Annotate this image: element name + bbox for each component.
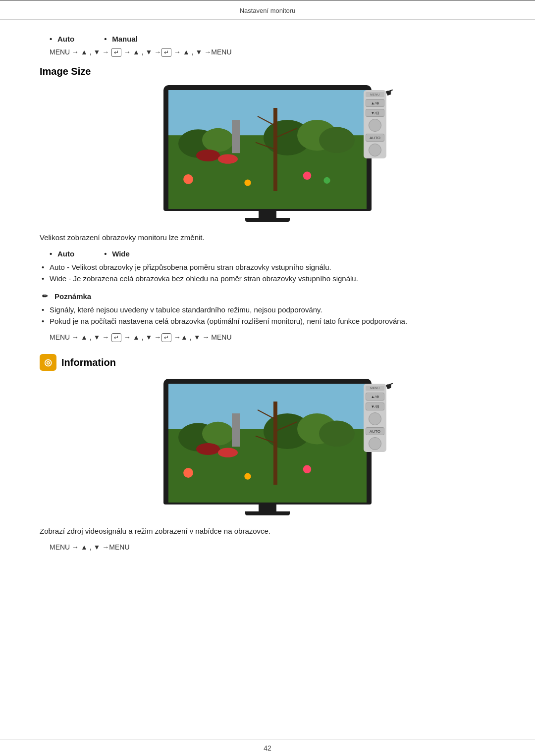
monitor-scene-1: ☛ MENU ▲/⊕ ▼/⊟ AUTO: [149, 85, 386, 222]
nav-formula-2: MENU → ▲ , ▼ → ↵ → ▲ , ▼ →↵ →▲ , ▼ → MEN…: [50, 333, 495, 342]
auto-desc-item: Auto - Velikost obrazovky je přizpůsoben…: [40, 263, 495, 271]
auto-item: Auto: [50, 35, 74, 43]
svg-point-17: [303, 172, 311, 180]
hand-pointer-2: ☛: [383, 379, 396, 393]
svg-rect-9: [232, 120, 240, 153]
remote-btn4-1: AUTO: [366, 134, 384, 142]
remote-menu-label-2: MENU: [366, 386, 384, 391]
remote-circle-1: [369, 119, 381, 132]
remote-btn1-1: ▲/⊕: [366, 99, 384, 107]
remote-circle2-1: [369, 144, 381, 156]
nav-formula-1: MENU → ▲ , ▼ → ↵ → ▲ , ▼ →↵ → ▲ , ▼ →MEN…: [50, 48, 495, 57]
main-content: Auto Manual MENU → ▲ , ▼ → ↵ → ▲ , ▼ →↵ …: [0, 30, 535, 740]
page-number: 42: [0, 740, 535, 756]
remote-btn2-1: ▼/⊟: [366, 109, 384, 117]
page-header: Nastavení monitoru: [0, 4, 535, 20]
manual-item: Manual: [104, 35, 138, 43]
image-size-title: Image Size: [40, 66, 495, 77]
svg-point-16: [244, 180, 251, 186]
svg-rect-28: [232, 413, 240, 447]
remote-btn1-2: ▲/⊕: [366, 393, 384, 401]
svg-point-7: [196, 150, 220, 161]
svg-point-6: [319, 127, 355, 153]
svg-point-15: [183, 174, 193, 184]
svg-point-22: [202, 422, 234, 446]
remote-circle2-2: [369, 437, 381, 450]
note-section: ✏ Poznámka Signály, které nejsou uvedeny…: [40, 291, 495, 325]
note-title: Poznámka: [54, 292, 91, 301]
remote-2: ☛ MENU ▲/⊕ ▼/⊟ AUTO: [364, 384, 386, 452]
svg-point-35: [303, 465, 311, 473]
monitor-image-2-container: ☛ MENU ▲/⊕ ▼/⊟ AUTO: [40, 379, 495, 515]
tv-foot-1: [245, 218, 290, 222]
remote-btn2-2: ▼/⊟: [366, 403, 384, 410]
image-size-description: Velikost zobrazení obrazovky monitoru lz…: [40, 232, 495, 244]
tv-stand-2: [259, 504, 276, 511]
svg-point-27: [218, 448, 238, 457]
tv-screen-1: [168, 90, 367, 209]
image-size-detail-list: Auto - Velikost obrazovky je přizpůsoben…: [40, 263, 495, 283]
remote-menu-label-1: MENU: [366, 92, 384, 97]
monitor-scene-2: ☛ MENU ▲/⊕ ▼/⊟ AUTO: [149, 379, 386, 515]
svg-point-18: [323, 177, 330, 184]
svg-point-3: [202, 128, 234, 152]
monitor-image-1-container: ☛ MENU ▲/⊕ ▼/⊟ AUTO: [40, 85, 495, 222]
remote-circle-2: [369, 412, 381, 425]
nav-formula-3: MENU → ▲ , ▼ →MENU: [50, 543, 495, 551]
hand-pointer-1: ☛: [383, 85, 396, 100]
tv-body-2: [163, 379, 372, 504]
pencil-icon: ✏: [40, 291, 51, 302]
auto-wide-item1: Auto: [50, 250, 74, 258]
svg-point-33: [183, 468, 193, 478]
information-description: Zobrazí zdroj videosignálu a režim zobra…: [40, 525, 495, 537]
auto-wide-item2: Wide: [104, 250, 130, 258]
svg-point-34: [244, 473, 251, 480]
note-header: ✏ Poznámka: [40, 291, 495, 302]
auto-manual-list: Auto Manual: [40, 35, 495, 43]
tv-body-1: [163, 85, 372, 211]
svg-point-26: [196, 443, 220, 455]
remote-1: ☛ MENU ▲/⊕ ▼/⊟ AUTO: [364, 90, 386, 158]
info-icon: ◎: [40, 354, 56, 371]
note-item2: Pokud je na počítači nastavena celá obra…: [40, 317, 495, 325]
info-icon-symbol: ◎: [44, 357, 52, 368]
header-title: Nastavení monitoru: [240, 7, 296, 14]
auto-wide-list: Auto Wide: [40, 250, 495, 258]
note-list: Signály, které nejsou uvedeny v tabulce …: [40, 305, 495, 325]
information-section-header: ◎ Information: [40, 354, 495, 371]
svg-point-25: [319, 420, 355, 447]
tv-stand-1: [259, 211, 276, 218]
svg-point-8: [218, 154, 238, 164]
tv-foot-2: [245, 511, 290, 515]
tv-screen-2: [168, 384, 367, 503]
page-container: Nastavení monitoru Auto Manual MENU → ▲ …: [0, 0, 535, 756]
remote-btn4-2: AUTO: [366, 427, 384, 435]
wide-desc-item: Wide - Je zobrazena celá obrazovka bez o…: [40, 274, 495, 283]
information-title: Information: [61, 357, 116, 368]
note-item1: Signály, které nejsou uvedeny v tabulce …: [40, 305, 495, 314]
top-border: [0, 0, 535, 1]
